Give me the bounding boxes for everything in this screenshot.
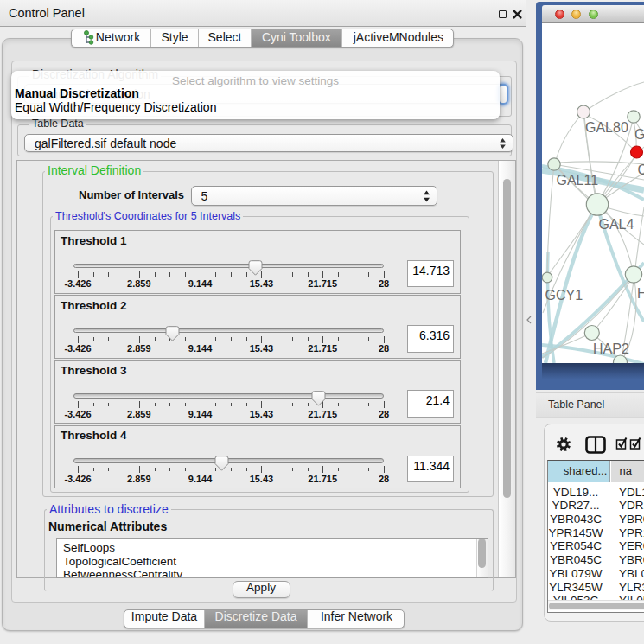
svg-text:GAL80: GAL80 [585, 120, 628, 135]
svg-text:GAL11: GAL11 [557, 173, 599, 188]
svg-text:GA: GA [634, 127, 644, 142]
svg-text:C: C [638, 163, 644, 177]
svg-text:GCY1: GCY1 [545, 288, 583, 303]
svg-text:H: H [637, 286, 644, 301]
svg-text:HAP2: HAP2 [593, 341, 629, 356]
svg-text:GAL4: GAL4 [599, 217, 634, 232]
